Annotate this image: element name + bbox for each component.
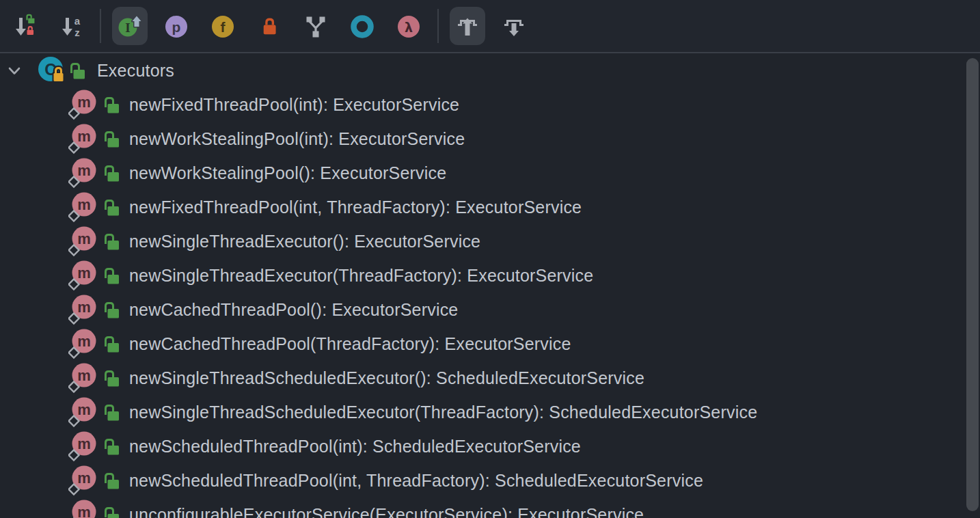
structure-item-label: newSingleThreadScheduledExecutor(): Sche… [129,368,644,388]
method-icon: m [68,294,98,325]
method-icon: m [68,157,98,189]
svg-text:m: m [77,94,91,111]
svg-text:p: p [172,19,181,35]
structure-item-label: newSingleThreadExecutor(ThreadFactory): … [129,266,593,286]
structure-item-label: newFixedThreadPool(int): ExecutorService [129,95,459,115]
svg-text:m: m [77,469,91,487]
structure-item-row[interactable]: m newFixedThreadPool(int): ExecutorServi… [0,87,980,122]
show-lambdas-button[interactable]: λ [391,7,426,45]
svg-text:m: m [77,367,91,384]
autoscroll-from-source-button[interactable] [496,7,532,45]
public-visibility-icon [103,506,120,518]
svg-text:m: m [77,128,91,145]
structure-item-row[interactable]: m newCachedThreadPool(ThreadFactory): Ex… [0,327,980,361]
svg-text:I: I [125,21,130,35]
public-visibility-icon [68,62,86,80]
public-visibility-icon [103,472,120,490]
show-inherited-icon: I [118,14,142,38]
method-icon: m [68,260,98,291]
structure-item-label: newSingleThreadScheduledExecutor(ThreadF… [129,403,757,422]
public-visibility-icon [103,301,120,319]
structure-item-label: unconfigurableExecutorService(ExecutorSe… [129,505,644,518]
public-visibility-icon [103,403,120,422]
class-icon: C [37,55,67,85]
show-objects-button[interactable] [344,7,380,45]
method-rows: m newFixedThreadPool(int): ExecutorServi… [0,87,980,518]
structure-toolbar: a z I p f [0,0,980,53]
svg-text:m: m [77,435,91,452]
arrow-down-from-frame-icon [502,14,526,38]
show-anonymous-classes-button[interactable] [298,7,334,45]
public-visibility-icon [103,164,120,182]
structure-item-label: newScheduledThreadPool(int): ScheduledEx… [129,437,581,456]
structure-item-row[interactable]: m newScheduledThreadPool(int, ThreadFact… [0,463,980,497]
structure-item-row[interactable]: m newSingleThreadScheduledExecutor(): Sc… [0,361,980,395]
svg-text:λ: λ [405,20,413,35]
structure-root-row[interactable]: C Executors [0,53,980,87]
public-visibility-icon [103,232,120,251]
structure-item-row[interactable]: m newSingleThreadExecutor(): ExecutorSer… [0,224,980,258]
public-visibility-icon [103,369,120,387]
show-properties-button[interactable]: p [159,7,194,45]
public-visibility-icon [103,437,120,456]
svg-text:m: m [77,162,91,179]
sort-alphabetically-icon: a z [59,14,83,38]
public-visibility-icon [103,198,120,217]
autoscroll-to-source-button[interactable] [450,7,485,45]
object-ring-icon [350,14,375,38]
structure-item-row[interactable]: m newSingleThreadScheduledExecutor(Threa… [0,395,980,429]
root-class-label: Executors [97,61,174,81]
structure-item-row[interactable]: m newWorkStealingPool(int): ExecutorServ… [0,122,980,156]
structure-item-row[interactable]: m newSingleThreadExecutor(ThreadFactory)… [0,258,980,292]
structure-popup: a z I p f [0,0,980,518]
structure-item-row[interactable]: m newFixedThreadPool(int, ThreadFactory)… [0,190,980,224]
show-fields-button[interactable]: f [205,7,241,45]
method-icon: m [68,431,98,462]
method-icon: m [68,465,98,496]
structure-item-label: newFixedThreadPool(int, ThreadFactory): … [129,197,582,217]
svg-text:m: m [77,504,91,518]
sort-alphabetically-button[interactable]: a z [53,7,89,45]
svg-text:m: m [77,299,91,316]
method-icon: m [68,328,98,359]
svg-text:m: m [77,196,91,213]
svg-text:a: a [74,15,81,27]
method-icon: m [68,396,98,428]
structure-item-row[interactable]: m newWorkStealingPool(): ExecutorService [0,156,980,190]
structure-item-label: newCachedThreadPool(): ExecutorService [129,300,458,320]
structure-item-label: newScheduledThreadPool(int, ThreadFactor… [129,471,703,491]
svg-text:f: f [221,19,226,35]
structure-item-row[interactable]: m unconfigurableExecutorService(Executor… [0,497,980,518]
vertical-scrollbar-thumb[interactable] [966,58,979,511]
svg-text:m: m [77,401,91,418]
public-visibility-icon [103,96,120,114]
anonymous-class-icon [303,14,328,38]
method-icon: m [68,226,98,257]
show-fields-icon: f [210,14,235,38]
method-icon: m [68,89,98,120]
structure-tree: C Executors m ne [0,53,980,518]
structure-item-label: newCachedThreadPool(ThreadFactory): Exec… [129,334,571,354]
public-visibility-icon [103,335,120,353]
structure-item-label: newWorkStealingPool(): ExecutorService [129,163,446,183]
structure-item-row[interactable]: m newCachedThreadPool(): ExecutorService [0,292,980,327]
final-lock-badge [53,68,65,83]
svg-text:z: z [74,27,80,38]
toolbar-separator [437,9,439,43]
svg-text:m: m [77,333,91,350]
show-inherited-button[interactable]: I [112,7,148,45]
method-icon: m [68,191,98,223]
chevron-down-icon[interactable] [5,62,23,79]
toolbar-separator [100,9,101,43]
sort-by-visibility-button[interactable] [7,7,42,45]
method-icon: m [68,362,98,394]
method-icon: m [68,499,98,518]
structure-item-row[interactable]: m newScheduledThreadPool(int): Scheduled… [0,429,980,463]
svg-text:m: m [77,230,91,247]
public-visibility-icon [103,267,120,285]
structure-item-label: newWorkStealingPool(int): ExecutorServic… [129,129,465,149]
structure-item-label: newSingleThreadExecutor(): ExecutorServi… [129,232,480,251]
non-public-lock-icon [257,14,282,38]
show-non-public-button[interactable] [251,7,287,45]
lambda-icon: λ [396,14,421,38]
